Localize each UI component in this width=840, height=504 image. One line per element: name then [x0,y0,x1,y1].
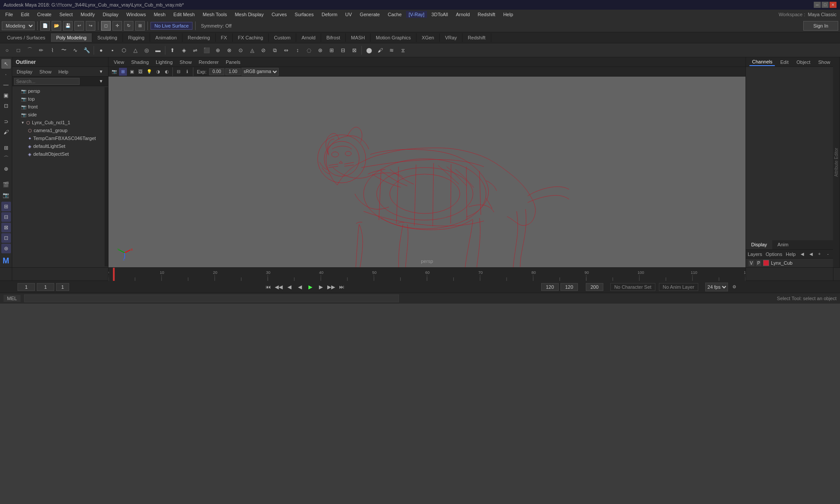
uv-select-btn[interactable]: ⊡ [1,101,11,111]
outliner-item-front[interactable]: 📷 front [12,103,105,111]
layer-v-btn[interactable]: V [749,260,754,266]
vp-menu-show[interactable]: Show [178,59,194,66]
layer-minus-btn[interactable]: - [825,251,831,258]
arc-btn[interactable]: ⌒ [24,45,35,56]
object-tab[interactable]: Object [794,59,813,66]
cylinder-btn[interactable]: ⬡ [119,45,129,56]
vp-grid-btn[interactable]: ⊟ [175,68,182,76]
tab-sculpting[interactable]: Sculpting [92,33,123,42]
undo-btn[interactable]: ↩ [74,21,84,31]
menu-create[interactable]: Create [34,11,55,18]
snap-curve-btn[interactable]: ⌒ [1,154,11,163]
outliner-filter-btn[interactable]: ▼ [96,66,106,77]
menu-edit-mesh[interactable]: Edit Mesh [170,11,198,18]
tab-curves-surfaces[interactable]: Curves / Surfaces [2,33,51,42]
menu-help[interactable]: Help [500,11,517,18]
tab-vray[interactable]: VRay [440,33,462,42]
tab-mash[interactable]: MASH [346,33,371,42]
tab-redshift[interactable]: Redshift [462,33,491,42]
snap-grid-btn[interactable]: ⊞ [1,143,11,153]
vp-menu-view[interactable]: View [112,59,126,66]
go-to-end-btn[interactable]: ⏭ [337,283,346,291]
layer-btn-5[interactable]: ⊛ [1,244,11,253]
layer-btn-4[interactable]: ⊡ [1,233,11,243]
render-btn[interactable]: 🎬 [1,180,11,189]
no-anim-layer-btn[interactable]: No Anim Layer [659,283,698,291]
retopology-btn[interactable]: ⊞ [326,45,337,56]
create-circle-btn[interactable]: ○ [2,45,12,56]
poke-btn[interactable]: ⊙ [235,45,246,56]
playback-settings-btn[interactable]: ⚙ [730,283,738,291]
outliner-search-input[interactable] [14,78,80,85]
edit-tab[interactable]: Edit [777,59,791,66]
outliner-item-side[interactable]: 📷 side [12,111,105,119]
face-select-btn[interactable]: ▣ [1,91,11,100]
outliner-help-menu[interactable]: Help [56,68,71,75]
menu-surfaces[interactable]: Surfaces [291,11,317,18]
edge-select-btn[interactable]: — [1,80,11,90]
transform-btn[interactable]: ⇔ [281,45,291,56]
tab-fx[interactable]: FX [216,33,233,42]
layer-plus-btn[interactable]: + [816,251,822,258]
next-frame-btn[interactable]: ▶▶ [327,283,336,291]
shrink-wrap-btn[interactable]: ⊛ [315,45,326,56]
total-frames-input[interactable] [586,283,603,291]
menu-3dtoall[interactable]: 3DToAll [428,11,452,18]
outliner-show-menu[interactable]: Show [37,68,54,75]
tab-motion-graphics[interactable]: Motion Graphics [371,33,416,42]
duplicate-btn[interactable]: ⧉ [270,45,280,56]
new-scene-btn[interactable]: 📄 [40,21,50,31]
next-layer-btn[interactable]: ◀ [808,251,814,258]
vp-menu-lighting[interactable]: Lighting [154,59,175,66]
vp-ao-btn[interactable]: ◐ [163,68,171,76]
go-to-start-btn[interactable]: ⏮ [264,283,273,291]
menu-mesh-display[interactable]: Mesh Display [231,11,267,18]
maximize-button[interactable]: □ [822,2,829,8]
vp-menu-panels[interactable]: Panels [224,59,242,66]
layer-btn-1[interactable]: ⊞ [1,202,11,211]
menu-select[interactable]: Select [56,11,77,18]
gamma-input[interactable] [225,68,241,75]
tab-custom[interactable]: Custom [269,33,296,42]
outliner-display-menu[interactable]: Display [14,68,35,75]
sphere-btn[interactable]: ● [96,45,106,56]
vp-hud-btn[interactable]: ℹ [183,68,191,76]
timeline-canvas[interactable] [108,268,746,281]
create-square-btn[interactable]: □ [13,45,24,56]
minimize-button[interactable]: ─ [814,2,821,8]
no-char-set-btn[interactable]: No Character Set [610,283,655,291]
outliner-item-persp[interactable]: 📷 persp [12,87,105,95]
outliner-item-lynx-group[interactable]: ▼ ⬡ Lynx_Cub_ncl1_1 [12,119,105,126]
range-end-input[interactable] [541,283,559,291]
tab-rigging[interactable]: Rigging [123,33,150,42]
prev-layer-btn[interactable]: ◀ [799,251,806,258]
layer-btn-2[interactable]: ⊟ [1,212,11,222]
outliner-item-temp-cam[interactable]: ✦ TempCamFBXASC046Target [12,134,105,142]
viewport-3d[interactable]: X Y Z persp [108,77,746,267]
next-key-btn[interactable]: ▶ [316,283,325,291]
extrude-btn[interactable]: ⬆ [167,45,178,56]
channels-tab[interactable]: Channels [749,58,775,66]
select-mode-btn[interactable]: ↖ [1,59,11,69]
connect-btn[interactable]: ⊟ [338,45,348,56]
tab-bifrost[interactable]: Bifrost [321,33,346,42]
outliner-item-camera-group[interactable]: ⬡ camera1_group [12,126,105,134]
merge-btn[interactable]: ⊕ [213,45,223,56]
gamma-select[interactable]: sRGB gamma [242,68,279,76]
play-back-btn[interactable]: ◀ [295,283,304,291]
detach-btn[interactable]: ⊠ [349,45,360,56]
vp-menu-shading[interactable]: Shading [130,59,150,66]
menu-cache[interactable]: Cache [384,11,405,18]
tab-rendering[interactable]: Rendering [182,33,216,42]
rotate-tool-btn[interactable]: ↻ [124,21,133,31]
relax-btn[interactable]: ≋ [386,45,397,56]
tab-xgen[interactable]: XGen [416,33,440,42]
dissolve-btn[interactable]: ⊘ [258,45,269,56]
menu-vray[interactable]: [V-Ray] [406,11,427,18]
pencil-btn[interactable]: ✏ [36,45,46,56]
outliner-item-top[interactable]: 📷 top [12,95,105,103]
workspace-select[interactable]: Modeling [2,21,35,30]
menu-mesh[interactable]: Mesh [150,11,169,18]
tab-fx-caching[interactable]: FX Caching [233,33,269,42]
play-forward-btn[interactable]: ▶ [306,283,315,291]
